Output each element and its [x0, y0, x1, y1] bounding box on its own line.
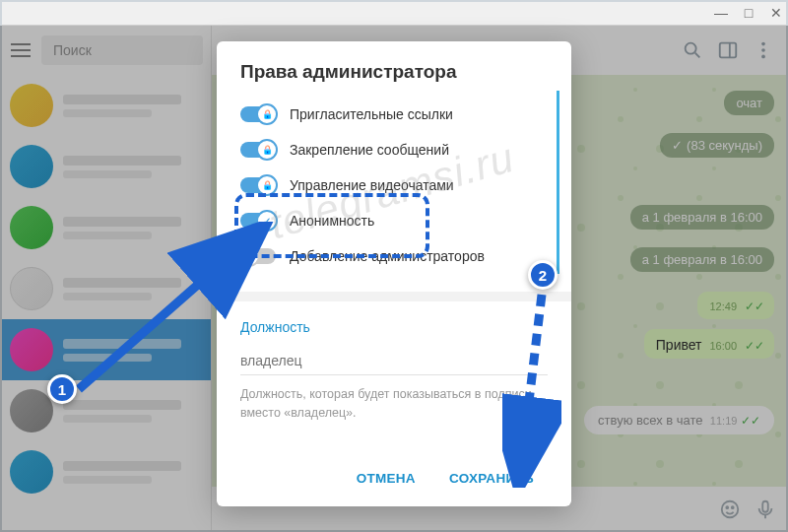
- maximize-button[interactable]: □: [741, 5, 756, 21]
- permission-anonymity[interactable]: Анонимность: [240, 203, 549, 238]
- window-titlebar: — □ ✕: [0, 0, 788, 26]
- section-label: Должность: [240, 319, 548, 335]
- toggle-switch[interactable]: [240, 177, 276, 193]
- hint-text: Должность, которая будет показываться в …: [240, 385, 548, 423]
- lock-icon: [260, 178, 274, 192]
- toggle-switch[interactable]: [240, 248, 276, 264]
- role-input[interactable]: [240, 347, 548, 375]
- permissions-list: Пригласительные ссылки Закрепление сообщ…: [240, 91, 559, 274]
- dialog-title: Права администратора: [240, 61, 548, 83]
- admin-rights-dialog: Права администратора Пригласительные ссы…: [217, 41, 571, 506]
- toggle-switch[interactable]: [240, 142, 276, 158]
- permission-label: Анонимность: [290, 213, 374, 229]
- save-button[interactable]: СОХРАНИТЬ: [435, 462, 548, 495]
- permission-label: Добавление администраторов: [290, 248, 485, 264]
- divider: [217, 292, 571, 301]
- permission-label: Управление видеочатами: [290, 177, 454, 193]
- toggle-switch[interactable]: [240, 106, 276, 122]
- permission-label: Пригласительные ссылки: [290, 106, 453, 122]
- check-icon: [260, 214, 274, 228]
- minimize-button[interactable]: —: [713, 5, 729, 21]
- permission-invite-links[interactable]: Пригласительные ссылки: [240, 97, 549, 132]
- lock-icon: [242, 249, 256, 263]
- lock-icon: [260, 107, 274, 121]
- cancel-button[interactable]: ОТМЕНА: [343, 462, 429, 495]
- permission-label: Закрепление сообщений: [290, 142, 449, 158]
- permission-pin-messages[interactable]: Закрепление сообщений: [240, 132, 549, 167]
- permission-add-admins[interactable]: Добавление администраторов: [240, 238, 549, 274]
- permission-manage-calls[interactable]: Управление видеочатами: [240, 167, 549, 203]
- lock-icon: [260, 143, 274, 157]
- close-button[interactable]: ✕: [768, 5, 784, 21]
- toggle-switch[interactable]: [240, 213, 276, 229]
